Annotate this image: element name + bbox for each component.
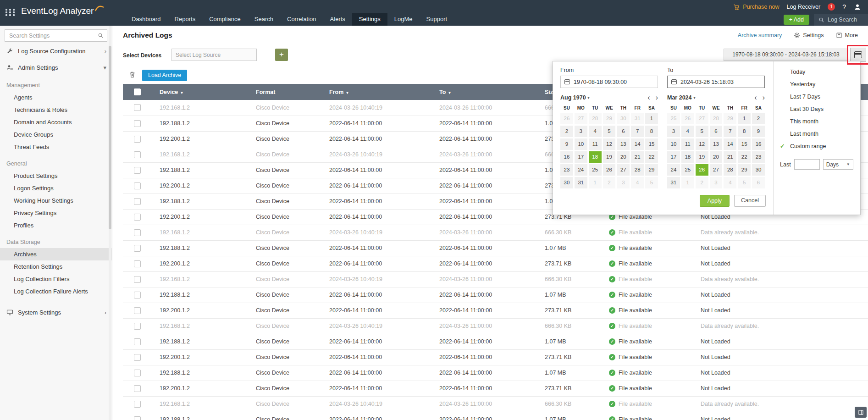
- calendar-day[interactable]: 30: [752, 164, 765, 176]
- sidebar-item-admin-settings[interactable]: Admin Settings ▾: [0, 60, 112, 75]
- row-checkbox[interactable]: [134, 229, 141, 236]
- nav-correlation[interactable]: Correlation: [280, 13, 323, 26]
- calendar-day[interactable]: 23: [752, 151, 765, 163]
- sidebar-item-domain-and-accounts[interactable]: Domain and Accounts: [0, 116, 112, 128]
- calendar-day[interactable]: 22: [738, 151, 751, 163]
- row-checkbox[interactable]: [134, 385, 141, 392]
- row-checkbox[interactable]: [134, 276, 141, 283]
- calendar-day[interactable]: 10: [575, 138, 587, 150]
- app-launcher-icon[interactable]: [6, 9, 16, 16]
- calendar-day[interactable]: 1: [645, 113, 658, 124]
- row-checkbox[interactable]: [134, 214, 141, 221]
- help-button[interactable]: ?: [842, 3, 846, 11]
- calendar-day[interactable]: 8: [738, 126, 751, 137]
- preset-yesterday[interactable]: Yesterday: [774, 78, 860, 91]
- preset-last-30-days[interactable]: Last 30 Days: [774, 103, 860, 116]
- sidebar-scrollbar-thumb[interactable]: [109, 46, 111, 229]
- nav-search[interactable]: Search: [248, 13, 280, 26]
- sidebar-item-technicians-roles[interactable]: Technicians & Roles: [0, 104, 112, 116]
- calendar-day[interactable]: 13: [710, 138, 723, 150]
- calendar-day[interactable]: 19: [696, 151, 708, 163]
- calendar-day[interactable]: 26: [681, 113, 694, 124]
- select-log-source-input[interactable]: [171, 49, 257, 61]
- calendar-day[interactable]: 14: [724, 138, 736, 150]
- sidebar-item-threat-feeds[interactable]: Threat Feeds: [0, 141, 112, 153]
- row-checkbox[interactable]: [134, 338, 141, 345]
- sidebar-item-archives[interactable]: Archives: [0, 248, 112, 260]
- feedback-widget-button[interactable]: [855, 407, 867, 418]
- row-checkbox[interactable]: [134, 120, 141, 127]
- row-checkbox[interactable]: [134, 307, 141, 314]
- calendar-day[interactable]: 25: [681, 164, 694, 176]
- calendar-day[interactable]: 25: [667, 113, 680, 124]
- row-checkbox[interactable]: [134, 104, 141, 111]
- sidebar-item-product-settings[interactable]: Product Settings: [0, 170, 112, 182]
- calendar-day[interactable]: 2: [752, 113, 765, 124]
- calendar-day[interactable]: 30: [617, 113, 630, 124]
- month-selector[interactable]: Mar 2024: [667, 94, 692, 101]
- calendar-day[interactable]: 21: [724, 151, 736, 163]
- add-button[interactable]: + Add: [784, 15, 809, 25]
- calendar-day[interactable]: 17: [667, 151, 680, 163]
- prev-month-button[interactable]: ‹: [647, 94, 650, 102]
- calendar-day[interactable]: 30: [560, 177, 573, 188]
- row-checkbox[interactable]: [134, 136, 141, 143]
- last-n-input[interactable]: [794, 159, 820, 170]
- row-checkbox[interactable]: [134, 167, 141, 174]
- calendar-day[interactable]: 28: [724, 164, 736, 176]
- calendar-day[interactable]: 5: [696, 126, 708, 137]
- calendar-day[interactable]: 12: [603, 138, 616, 150]
- select-all-checkbox[interactable]: [134, 88, 141, 95]
- calendar-day[interactable]: 29: [645, 164, 658, 176]
- calendar-day[interactable]: 7: [724, 126, 736, 137]
- calendar-day[interactable]: 6: [752, 177, 765, 188]
- calendar-day[interactable]: 20: [710, 151, 723, 163]
- sidebar-item-log-collection-failure-alerts[interactable]: Log Collection Failure Alerts: [0, 285, 112, 298]
- calendar-day[interactable]: 26: [603, 164, 616, 176]
- sidebar-item-log-collection-filters[interactable]: Log Collection Filters: [0, 273, 112, 285]
- row-checkbox[interactable]: [134, 354, 141, 361]
- calendar-day[interactable]: 29: [724, 113, 736, 124]
- calendar-day[interactable]: 16: [752, 138, 765, 150]
- calendar-day[interactable]: 29: [603, 113, 616, 124]
- purchase-now-link[interactable]: Purchase now: [733, 4, 779, 11]
- col-header-from[interactable]: From▾: [321, 84, 431, 100]
- calendar-day[interactable]: 28: [631, 164, 644, 176]
- calendar-day-selected[interactable]: 18: [589, 151, 602, 163]
- calendar-day[interactable]: 19: [603, 151, 616, 163]
- calendar-day-selected[interactable]: 26: [696, 164, 708, 176]
- row-checkbox[interactable]: [134, 260, 141, 267]
- calendar-day[interactable]: 21: [631, 151, 644, 163]
- calendar-day[interactable]: 27: [617, 164, 630, 176]
- calendar-day[interactable]: 3: [667, 126, 680, 137]
- cancel-button[interactable]: Cancel: [734, 195, 766, 207]
- calendar-day[interactable]: 16: [560, 151, 573, 163]
- calendar-day[interactable]: 2: [696, 177, 708, 188]
- col-header-device[interactable]: Device▾: [151, 84, 248, 100]
- sidebar-item-log-source-configuration[interactable]: Log Source Configuration ›: [0, 44, 112, 58]
- nav-settings[interactable]: Settings: [352, 13, 387, 26]
- calendar-day[interactable]: 27: [575, 113, 587, 124]
- calendar-day[interactable]: 10: [667, 138, 680, 150]
- from-date-input[interactable]: 1970-08-18 09:30:00: [560, 76, 658, 88]
- settings-link[interactable]: Settings: [794, 32, 824, 39]
- calendar-day[interactable]: 11: [681, 138, 694, 150]
- row-checkbox[interactable]: [134, 151, 141, 158]
- user-account-icon[interactable]: [853, 3, 862, 11]
- calendar-day[interactable]: 15: [738, 138, 751, 150]
- calendar-day[interactable]: 11: [589, 138, 602, 150]
- calendar-day[interactable]: 5: [738, 177, 751, 188]
- calendar-day[interactable]: 13: [617, 138, 630, 150]
- calendar-day[interactable]: 23: [560, 164, 573, 176]
- preset-this-month[interactable]: This month: [774, 116, 860, 128]
- row-checkbox[interactable]: [134, 416, 141, 420]
- preset-last-month[interactable]: Last month: [774, 128, 860, 140]
- calendar-day[interactable]: 31: [667, 177, 680, 188]
- calendar-day[interactable]: 24: [667, 164, 680, 176]
- row-checkbox[interactable]: [134, 370, 141, 376]
- row-checkbox[interactable]: [134, 401, 141, 408]
- sort-dropdown-icon[interactable]: ▾: [448, 90, 451, 95]
- calendar-day[interactable]: 2: [603, 177, 616, 188]
- apply-button[interactable]: Apply: [700, 195, 730, 207]
- calendar-day[interactable]: 31: [631, 113, 644, 124]
